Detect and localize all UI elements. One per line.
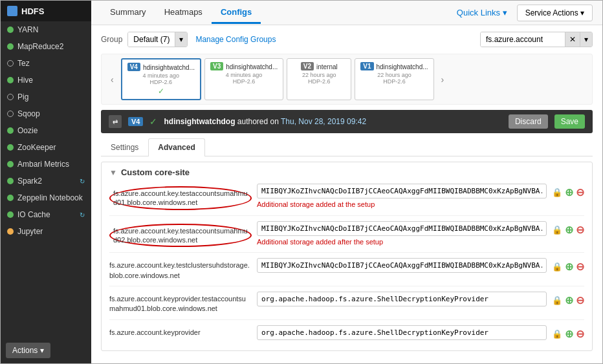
sidebar-item-label: YARN xyxy=(17,25,85,34)
sidebar-item-label: Oozie xyxy=(17,126,85,135)
lock-icon[interactable]: 🔒 xyxy=(552,329,562,339)
service-actions-button[interactable]: Service Actions ▾ xyxy=(517,5,593,21)
version-name: hdinsightwatchd... xyxy=(226,63,278,70)
config-value-input[interactable] xyxy=(257,258,547,273)
sidebar-item-spark2[interactable]: Spark2↻ xyxy=(1,173,91,189)
commit-version-badge: V4 xyxy=(128,117,143,126)
sidebar-item-label: Sqoop xyxy=(17,109,85,118)
highlighted-key: fs.azure.account.key.testaccountsumahmud… xyxy=(109,186,252,210)
sidebar-item-ambari-metrics[interactable]: Ambari Metrics xyxy=(1,156,91,173)
version-time: 22 hours ago xyxy=(360,72,428,78)
config-section: ▼ Custom core-site fs.azure.account.key.… xyxy=(101,162,593,351)
config-note: Additional storage added at the setup xyxy=(257,200,547,209)
add-property-icon[interactable]: ⊕ xyxy=(565,294,573,306)
version-card-v2[interactable]: V2 internal 22 hours ago HDP-2.6 xyxy=(287,58,351,100)
sidebar-item-label: Hive xyxy=(17,76,85,85)
commit-check-icon: ✓ xyxy=(149,116,157,127)
commit-diff-icon[interactable]: ⇄ xyxy=(109,115,122,128)
sidebar-item-label: Pig xyxy=(17,92,85,102)
add-property-icon[interactable]: ⊕ xyxy=(565,186,573,198)
search-clear-icon[interactable]: ✕ xyxy=(565,32,580,47)
group-bar: Group Default (7) ▾ Manage Config Groups… xyxy=(101,32,593,47)
version-nav-right[interactable]: › xyxy=(437,72,448,87)
status-indicator xyxy=(7,161,14,167)
search-box: ✕ ▾ xyxy=(480,32,593,47)
nav-tab-summary[interactable]: Summary xyxy=(101,2,155,24)
remove-property-icon[interactable]: ⊖ xyxy=(576,261,584,273)
sidebar-item-jupyter[interactable]: Jupyter xyxy=(1,223,91,240)
sidebar-item-mapreduce2[interactable]: MapReduce2 xyxy=(1,38,91,55)
group-label: Group xyxy=(101,35,122,44)
section-header[interactable]: ▼ Custom core-site xyxy=(109,167,584,177)
version-card-v1[interactable]: V1 hdinsightwatchd... 22 hours ago HDP-2… xyxy=(355,58,433,100)
version-name: hdinsightwatchd... xyxy=(377,63,428,70)
add-property-icon[interactable]: ⊕ xyxy=(565,224,573,236)
config-row: fs.azure.account.keyprovider.testaccount… xyxy=(109,292,584,320)
sidebar-item-oozie[interactable]: Oozie xyxy=(1,122,91,139)
config-key: fs.azure.account.key.testaccountsumahmud… xyxy=(109,221,252,248)
quick-links[interactable]: Quick Links ▾ xyxy=(457,8,507,17)
lock-icon[interactable]: 🔒 xyxy=(552,225,562,235)
lock-icon[interactable]: 🔒 xyxy=(552,187,562,197)
settings-tab-advanced[interactable]: Advanced xyxy=(148,138,204,156)
search-dropdown-icon[interactable]: ▾ xyxy=(580,32,592,47)
remove-property-icon[interactable]: ⊖ xyxy=(576,186,584,198)
status-indicator xyxy=(7,43,14,50)
sidebar-item-sqoop[interactable]: Sqoop xyxy=(1,105,91,122)
remove-property-icon[interactable]: ⊖ xyxy=(576,294,584,306)
highlighted-key: fs.azure.account.key.testaccountsumahmud… xyxy=(109,224,252,248)
config-value-input[interactable] xyxy=(257,184,547,198)
version-nav-left[interactable]: ‹ xyxy=(107,72,118,87)
config-value-container xyxy=(257,325,547,340)
remove-property-icon[interactable]: ⊖ xyxy=(576,224,584,236)
search-input[interactable] xyxy=(481,32,565,47)
lock-icon[interactable]: 🔒 xyxy=(552,262,562,272)
remove-property-icon[interactable]: ⊖ xyxy=(576,328,584,340)
version-name: hdinsightwatchd... xyxy=(143,64,195,71)
refresh-icon[interactable]: ↻ xyxy=(80,211,85,219)
sidebar-item-label: Jupyter xyxy=(17,227,85,236)
sidebar-item-yarn[interactable]: YARN xyxy=(1,21,91,38)
commit-bar: ⇄ V4 ✓ hdinsightwatchdog authored on Thu… xyxy=(101,110,593,133)
status-indicator xyxy=(7,211,14,218)
hdfs-icon xyxy=(7,6,17,16)
version-time: 22 hours ago xyxy=(292,72,345,78)
sidebar-item-tez[interactable]: Tez xyxy=(1,55,91,72)
group-select[interactable]: Default (7) ▾ xyxy=(127,32,188,47)
config-value-input[interactable] xyxy=(257,325,547,340)
config-value-input[interactable] xyxy=(257,221,547,236)
config-value-container: Additional storage added at the setup xyxy=(257,184,547,209)
config-key: fs.azure.account.key.testclustersuhdstor… xyxy=(109,258,252,281)
sidebar-item-zeppelin-notebook[interactable]: Zeppelin Notebook xyxy=(1,189,91,206)
group-select-arrow[interactable]: ▾ xyxy=(175,32,187,47)
discard-button[interactable]: Discard xyxy=(509,114,548,129)
save-button[interactable]: Save xyxy=(554,114,585,129)
sidebar-item-pig[interactable]: Pig xyxy=(1,89,91,105)
config-row: fs.azure.account.key.testaccountsumahmud… xyxy=(109,184,584,216)
version-badge: V3 xyxy=(210,62,223,70)
nav-tab-configs[interactable]: Configs xyxy=(212,2,261,24)
nav-tabs: SummaryHeatmapsConfigs xyxy=(101,2,261,24)
config-row: fs.azure.account.keyprovider 🔒 ⊕ ⊖ xyxy=(109,325,584,345)
settings-tab-settings[interactable]: Settings xyxy=(101,138,148,156)
manage-config-groups-link[interactable]: Manage Config Groups xyxy=(195,35,276,44)
config-row: fs.azure.account.key.testclustersuhdstor… xyxy=(109,258,584,286)
version-card-v3[interactable]: V3 hdinsightwatchd... 4 minutes ago HDP-… xyxy=(204,58,283,100)
version-card-v4[interactable]: V4 hdinsightwatchd... 4 minutes ago HDP-… xyxy=(121,58,201,100)
section-title: Custom core-site xyxy=(121,167,190,177)
config-area: Group Default (7) ▾ Manage Config Groups… xyxy=(91,25,602,363)
refresh-icon[interactable]: ↻ xyxy=(80,178,85,185)
config-note: Additional storage added after the setup xyxy=(257,237,547,246)
sidebar-item-io-cache[interactable]: IO Cache↻ xyxy=(1,206,91,223)
sidebar-title: HDFS xyxy=(21,6,44,16)
add-property-icon[interactable]: ⊕ xyxy=(565,261,573,273)
status-indicator xyxy=(7,228,14,235)
add-property-icon[interactable]: ⊕ xyxy=(565,328,573,340)
config-value-input[interactable] xyxy=(257,292,547,306)
sidebar-item-hive[interactable]: Hive xyxy=(1,72,91,89)
lock-icon[interactable]: 🔒 xyxy=(552,295,562,305)
section-arrow-icon: ▼ xyxy=(109,168,117,177)
nav-tab-heatmaps[interactable]: Heatmaps xyxy=(155,2,212,24)
sidebar-item-zookeeper[interactable]: ZooKeeper xyxy=(1,139,91,156)
actions-button[interactable]: Actions ▾ xyxy=(6,343,50,358)
